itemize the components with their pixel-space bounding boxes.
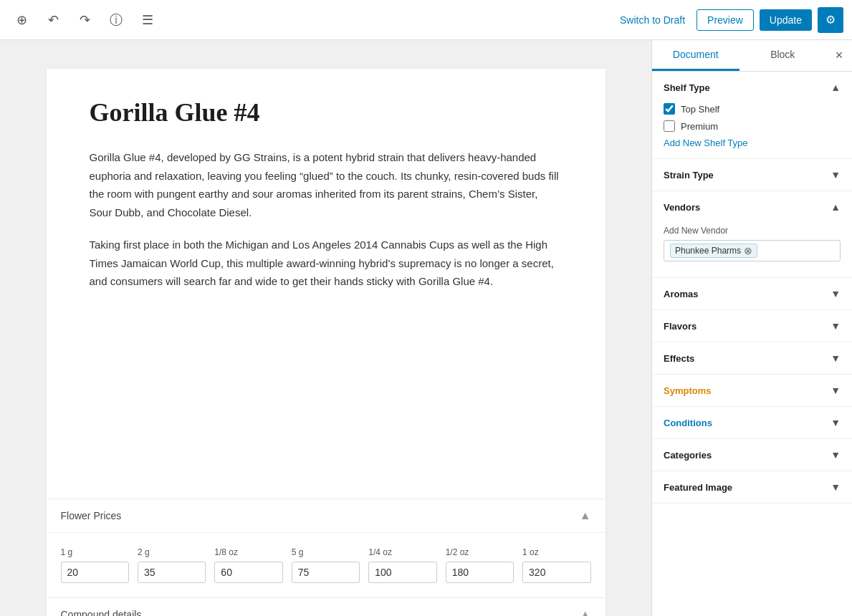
strain-type-panel: Strain Type ▼ bbox=[652, 159, 852, 191]
price-col-2: 1/8 oz bbox=[214, 547, 282, 583]
vendor-tag-label: Phunkee Pharms bbox=[675, 246, 741, 256]
flower-prices-block: Flower Prices ▲ 1 g2 g1/8 oz5 g1/4 oz1/2… bbox=[47, 499, 606, 597]
info-button[interactable]: ⓘ bbox=[103, 7, 129, 33]
price-input-4[interactable] bbox=[368, 562, 436, 583]
switch-to-draft-button[interactable]: Switch to Draft bbox=[614, 10, 691, 30]
post-title[interactable]: Gorilla Glue #4 bbox=[90, 97, 563, 128]
price-col-4: 1/4 oz bbox=[368, 547, 436, 583]
featured-image-panel: Featured Image ▼ bbox=[652, 471, 852, 504]
vendors-chevron-icon: ▲ bbox=[831, 201, 841, 213]
price-col-5: 1/2 oz bbox=[446, 547, 514, 583]
compound-details-title: Compound details bbox=[61, 609, 142, 616]
price-label-0: 1 g bbox=[61, 547, 129, 557]
toolbar: ⊕ ↶ ↷ ⓘ ☰ Switch to Draft Preview Update… bbox=[0, 0, 852, 40]
categories-title: Categories bbox=[664, 450, 712, 461]
flower-prices-header[interactable]: Flower Prices ▲ bbox=[47, 499, 606, 533]
tab-document[interactable]: Document bbox=[652, 40, 739, 71]
editor-area: Gorilla Glue #4 Gorilla Glue #4, develop… bbox=[0, 40, 651, 616]
strain-type-title: Strain Type bbox=[664, 170, 714, 181]
checkbox-top-shelf: Top Shelf bbox=[664, 103, 841, 115]
price-input-2[interactable] bbox=[214, 562, 282, 583]
price-input-1[interactable] bbox=[138, 562, 206, 583]
flavors-header[interactable]: Flavors ▼ bbox=[652, 310, 852, 342]
shelf-type-body: Top Shelf Premium Add New Shelf Type bbox=[652, 103, 852, 158]
sidebar-tabs: Document Block × bbox=[652, 40, 852, 72]
compound-details-block: Compound details ▲ THC %THCA %CBD %CBA %… bbox=[47, 597, 606, 616]
tab-block[interactable]: Block bbox=[739, 40, 827, 71]
price-label-4: 1/4 oz bbox=[368, 547, 436, 557]
symptoms-panel: Symptoms ▼ bbox=[652, 375, 852, 407]
compound-details-header[interactable]: Compound details ▲ bbox=[47, 598, 606, 616]
menu-button[interactable]: ☰ bbox=[135, 7, 161, 33]
add-new-shelf-type-link[interactable]: Add New Shelf Type bbox=[664, 138, 841, 148]
vendor-tag-remove-button[interactable]: ⊗ bbox=[744, 246, 752, 256]
aromas-header[interactable]: Aromas ▼ bbox=[652, 278, 852, 309]
aromas-panel: Aromas ▼ bbox=[652, 278, 852, 310]
categories-header[interactable]: Categories ▼ bbox=[652, 439, 852, 471]
vendor-add-label: Add New Vendor bbox=[664, 226, 841, 236]
aromas-chevron-icon: ▼ bbox=[831, 288, 841, 299]
conditions-title: Conditions bbox=[664, 418, 712, 428]
price-input-5[interactable] bbox=[446, 562, 514, 583]
add-block-button[interactable]: ⊕ bbox=[9, 7, 34, 33]
flower-prices-body: 1 g2 g1/8 oz5 g1/4 oz1/2 oz1 oz bbox=[47, 533, 606, 597]
redo-button[interactable]: ↷ bbox=[72, 7, 97, 33]
shelf-type-title: Shelf Type bbox=[664, 82, 710, 93]
body-paragraph-2[interactable]: Taking first place in both the Michigan … bbox=[90, 236, 563, 291]
premium-checkbox[interactable] bbox=[664, 120, 675, 132]
price-label-2: 1/8 oz bbox=[214, 547, 282, 557]
main-layout: Gorilla Glue #4 Gorilla Glue #4, develop… bbox=[0, 40, 852, 616]
price-input-0[interactable] bbox=[61, 562, 129, 583]
settings-button[interactable]: ⚙ bbox=[818, 7, 843, 33]
editor-content: Gorilla Glue #4 Gorilla Glue #4, develop… bbox=[47, 69, 606, 499]
toolbar-right: Switch to Draft Preview Update ⚙ bbox=[614, 7, 843, 33]
featured-image-chevron-icon: ▼ bbox=[831, 481, 841, 493]
conditions-chevron-icon: ▼ bbox=[831, 417, 841, 428]
shelf-type-panel: Shelf Type ▲ Top Shelf Premium Add New S… bbox=[652, 72, 852, 159]
price-col-0: 1 g bbox=[61, 547, 129, 583]
preview-button[interactable]: Preview bbox=[697, 9, 754, 31]
vendor-input-wrap: Add New Vendor Phunkee Pharms ⊗ bbox=[664, 226, 841, 261]
vendors-title: Vendors bbox=[664, 202, 700, 213]
shelf-type-chevron-icon: ▲ bbox=[831, 82, 841, 93]
sidebar-close-button[interactable]: × bbox=[826, 40, 852, 71]
update-button[interactable]: Update bbox=[760, 9, 812, 31]
vendor-tag: Phunkee Pharms ⊗ bbox=[670, 244, 757, 258]
toolbar-left: ⊕ ↶ ↷ ⓘ ☰ bbox=[9, 7, 161, 33]
price-label-3: 5 g bbox=[292, 547, 360, 557]
flower-prices-chevron-icon: ▲ bbox=[580, 509, 591, 522]
body-paragraph-1[interactable]: Gorilla Glue #4, developed by GG Strains… bbox=[90, 148, 563, 221]
vendor-tag-container: Phunkee Pharms ⊗ bbox=[664, 240, 841, 261]
compound-details-chevron-icon: ▲ bbox=[580, 608, 591, 616]
effects-chevron-icon: ▼ bbox=[831, 352, 841, 364]
featured-image-header[interactable]: Featured Image ▼ bbox=[652, 471, 852, 503]
post-body: Gorilla Glue #4, developed by GG Strains… bbox=[90, 148, 563, 291]
price-input-3[interactable] bbox=[292, 562, 360, 583]
categories-chevron-icon: ▼ bbox=[831, 449, 841, 461]
flavors-panel: Flavors ▼ bbox=[652, 310, 852, 342]
flavors-title: Flavors bbox=[664, 321, 697, 332]
effects-header[interactable]: Effects ▼ bbox=[652, 342, 852, 374]
symptoms-chevron-icon: ▼ bbox=[831, 385, 841, 396]
price-input-6[interactable] bbox=[522, 562, 590, 583]
shelf-type-header[interactable]: Shelf Type ▲ bbox=[652, 72, 852, 103]
conditions-header[interactable]: Conditions ▼ bbox=[652, 407, 852, 438]
effects-title: Effects bbox=[664, 353, 694, 364]
featured-image-title: Featured Image bbox=[664, 482, 732, 493]
price-col-1: 2 g bbox=[138, 547, 206, 583]
flavors-chevron-icon: ▼ bbox=[831, 320, 841, 332]
sidebar: Document Block × Shelf Type ▲ Top Shelf … bbox=[651, 40, 852, 616]
symptoms-header[interactable]: Symptoms ▼ bbox=[652, 375, 852, 406]
symptoms-title: Symptoms bbox=[664, 385, 711, 396]
top-shelf-checkbox[interactable] bbox=[664, 103, 675, 115]
price-label-1: 2 g bbox=[138, 547, 206, 557]
premium-label[interactable]: Premium bbox=[681, 121, 718, 132]
effects-panel: Effects ▼ bbox=[652, 342, 852, 375]
vendors-header[interactable]: Vendors ▲ bbox=[652, 191, 852, 223]
price-col-3: 5 g bbox=[292, 547, 360, 583]
strain-type-chevron-icon: ▼ bbox=[831, 169, 841, 181]
price-col-6: 1 oz bbox=[522, 547, 590, 583]
strain-type-header[interactable]: Strain Type ▼ bbox=[652, 159, 852, 191]
undo-button[interactable]: ↶ bbox=[40, 7, 66, 33]
top-shelf-label[interactable]: Top Shelf bbox=[681, 104, 719, 115]
